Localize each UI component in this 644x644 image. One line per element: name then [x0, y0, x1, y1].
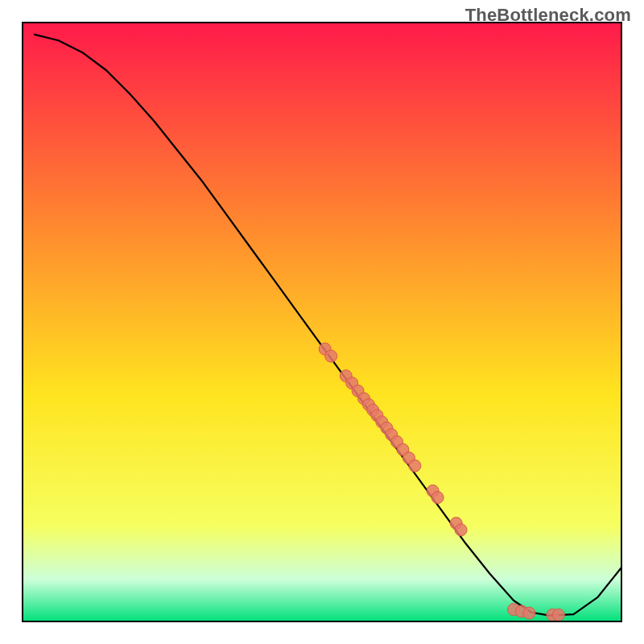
data-point: [523, 607, 535, 619]
data-point: [409, 460, 421, 472]
bottleneck-chart: [0, 0, 644, 644]
plot-background: [23, 23, 621, 621]
data-point: [431, 492, 444, 504]
data-point: [455, 524, 467, 536]
data-point: [552, 609, 564, 621]
chart-container: TheBottleneck.com: [0, 0, 644, 644]
data-point: [325, 350, 337, 362]
watermark-text: TheBottleneck.com: [465, 5, 631, 26]
